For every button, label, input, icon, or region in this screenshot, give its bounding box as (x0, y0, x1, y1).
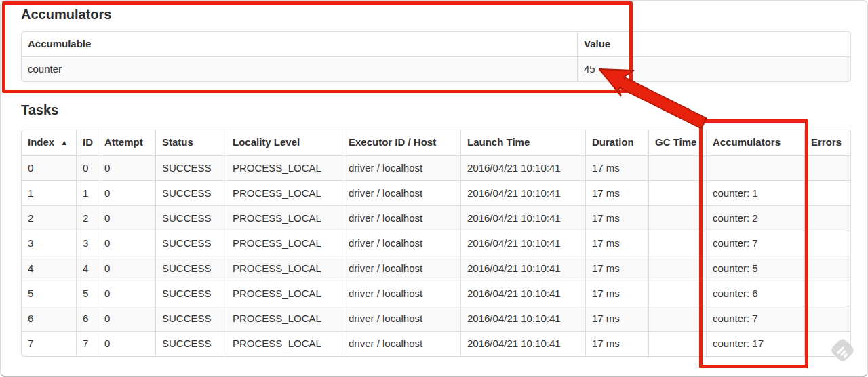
column-header-duration[interactable]: Duration (585, 130, 648, 155)
task-cell-id: 2 (76, 205, 98, 231)
task-cell-executor-id-host: driver / localhost (342, 155, 460, 180)
task-cell-duration: 17 ms (585, 281, 648, 306)
task-cell-status: SUCCESS (155, 281, 226, 306)
column-header-locality-level[interactable]: Locality Level (226, 130, 342, 155)
task-cell-accumulators: counter: 6 (706, 281, 804, 306)
task-cell-locality-level: PROCESS_LOCAL (226, 155, 342, 180)
task-cell-errors (804, 155, 850, 180)
task-cell-attempt: 0 (98, 231, 155, 256)
task-cell-locality-level: PROCESS_LOCAL (226, 306, 342, 331)
task-cell-attempt: 0 (98, 180, 155, 205)
task-cell-index: 3 (22, 231, 76, 256)
task-cell-id: 6 (76, 306, 98, 331)
task-row: 220SUCCESSPROCESS_LOCALdriver / localhos… (22, 205, 850, 231)
task-cell-launch-time: 2016/04/21 10:10:41 (460, 331, 585, 356)
column-header-id[interactable]: ID (76, 130, 98, 155)
task-cell-errors (804, 306, 850, 331)
task-cell-errors (804, 256, 850, 281)
task-cell-executor-id-host: driver / localhost (342, 256, 460, 281)
task-cell-gc-time (648, 155, 706, 180)
task-row: 330SUCCESSPROCESS_LOCALdriver / localhos… (22, 231, 850, 256)
task-cell-locality-level: PROCESS_LOCAL (226, 331, 342, 356)
task-cell-status: SUCCESS (155, 306, 226, 331)
task-cell-gc-time (648, 281, 706, 306)
task-cell-executor-id-host: driver / localhost (342, 281, 460, 306)
task-cell-accumulators: counter: 17 (706, 331, 804, 356)
task-cell-executor-id-host: driver / localhost (342, 231, 460, 256)
accumulable-column-header: Accumulable (22, 32, 577, 56)
accumulators-table-header-row: Accumulable Value (22, 32, 850, 56)
task-cell-launch-time: 2016/04/21 10:10:41 (460, 281, 585, 306)
column-header-errors[interactable]: Errors (804, 130, 850, 155)
task-cell-gc-time (648, 256, 706, 281)
task-row: 550SUCCESSPROCESS_LOCALdriver / localhos… (22, 281, 850, 306)
task-row: 000SUCCESSPROCESS_LOCALdriver / localhos… (22, 155, 850, 180)
task-cell-gc-time (648, 306, 706, 331)
column-header-accumulators[interactable]: Accumulators (706, 130, 804, 155)
column-header-executor-id-host[interactable]: Executor ID / Host (342, 130, 460, 155)
task-cell-accumulators: counter: 7 (706, 306, 804, 331)
task-cell-status: SUCCESS (155, 155, 226, 180)
task-cell-duration: 17 ms (585, 180, 648, 205)
column-header-attempt[interactable]: Attempt (98, 130, 155, 155)
task-cell-launch-time: 2016/04/21 10:10:41 (460, 256, 585, 281)
task-cell-accumulators: counter: 7 (706, 231, 804, 256)
task-cell-attempt: 0 (98, 281, 155, 306)
task-cell-duration: 17 ms (585, 306, 648, 331)
task-cell-gc-time (648, 180, 706, 205)
task-cell-locality-level: PROCESS_LOCAL (226, 180, 342, 205)
watermark-badge-icon (826, 334, 859, 369)
task-cell-duration: 17 ms (585, 331, 648, 356)
accumulator-row: counter 45 (22, 56, 850, 81)
task-cell-gc-time (648, 231, 706, 256)
task-cell-launch-time: 2016/04/21 10:10:41 (460, 180, 585, 205)
task-cell-locality-level: PROCESS_LOCAL (226, 231, 342, 256)
task-cell-accumulators: counter: 1 (706, 180, 804, 205)
task-cell-launch-time: 2016/04/21 10:10:41 (460, 231, 585, 256)
task-cell-index: 4 (22, 256, 76, 281)
tasks-table-body: 000SUCCESSPROCESS_LOCALdriver / localhos… (22, 155, 850, 356)
task-cell-launch-time: 2016/04/21 10:10:41 (460, 306, 585, 331)
accumulable-value-cell: 45 (577, 56, 850, 81)
task-cell-errors (804, 180, 850, 205)
task-cell-executor-id-host: driver / localhost (342, 331, 460, 356)
task-cell-accumulators: counter: 2 (706, 205, 804, 231)
column-header-launch-time[interactable]: Launch Time (460, 130, 585, 155)
column-header-status[interactable]: Status (155, 130, 226, 155)
task-cell-id: 0 (76, 155, 98, 180)
task-row: 660SUCCESSPROCESS_LOCALdriver / localhos… (22, 306, 850, 331)
task-cell-id: 1 (76, 180, 98, 205)
column-header-index[interactable]: Index▲ (22, 130, 76, 155)
accumulable-name-cell: counter (22, 56, 577, 81)
task-cell-launch-time: 2016/04/21 10:10:41 (460, 205, 585, 231)
task-cell-locality-level: PROCESS_LOCAL (226, 256, 342, 281)
task-cell-index: 0 (22, 155, 76, 180)
task-row: 440SUCCESSPROCESS_LOCALdriver / localhos… (22, 256, 850, 281)
task-cell-accumulators: counter: 5 (706, 256, 804, 281)
task-cell-executor-id-host: driver / localhost (342, 205, 460, 231)
task-cell-duration: 17 ms (585, 256, 648, 281)
task-cell-index: 6 (22, 306, 76, 331)
task-cell-attempt: 0 (98, 155, 155, 180)
task-cell-attempt: 0 (98, 256, 155, 281)
task-cell-status: SUCCESS (155, 331, 226, 356)
task-cell-errors (804, 205, 850, 231)
column-header-gc-time[interactable]: GC Time (648, 130, 706, 155)
task-cell-gc-time (648, 205, 706, 231)
task-cell-status: SUCCESS (155, 205, 226, 231)
task-cell-index: 5 (22, 281, 76, 306)
tasks-section-heading: Tasks (21, 102, 58, 117)
task-cell-status: SUCCESS (155, 231, 226, 256)
tasks-table-header-row: Index▲ ID Attempt Status Locality Level … (22, 130, 850, 155)
task-cell-id: 5 (76, 281, 98, 306)
task-cell-launch-time: 2016/04/21 10:10:41 (460, 155, 585, 180)
task-cell-duration: 17 ms (585, 205, 648, 231)
task-cell-executor-id-host: driver / localhost (342, 306, 460, 331)
task-cell-attempt: 0 (98, 306, 155, 331)
task-cell-index: 7 (22, 331, 76, 356)
accumulators-table: Accumulable Value counter 45 (21, 31, 851, 82)
task-cell-id: 3 (76, 231, 98, 256)
task-cell-duration: 17 ms (585, 155, 648, 180)
task-cell-attempt: 0 (98, 205, 155, 231)
task-cell-id: 4 (76, 256, 98, 281)
